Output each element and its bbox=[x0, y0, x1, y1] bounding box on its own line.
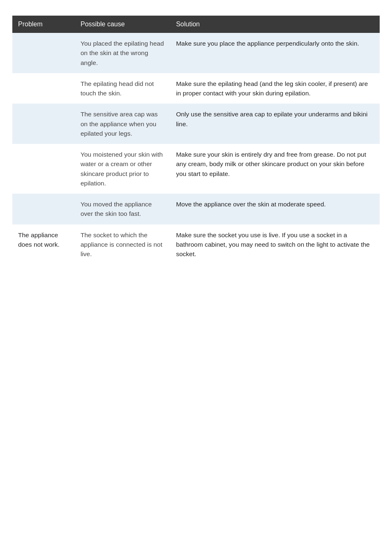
troubleshooting-table: Problem Possible cause Solution You plac… bbox=[12, 16, 380, 264]
column-header-solution: Solution bbox=[170, 16, 380, 33]
cell-problem bbox=[12, 73, 75, 104]
cell-solution: Make sure the socket you use is live. If… bbox=[170, 224, 380, 265]
cell-cause: The epilating head did not touch the ski… bbox=[75, 73, 170, 104]
column-header-cause: Possible cause bbox=[75, 16, 170, 33]
table-row: You moved the appliance over the skin to… bbox=[12, 194, 380, 224]
cell-cause: You placed the epilating head on the ski… bbox=[75, 33, 170, 73]
cell-problem bbox=[12, 104, 75, 144]
cell-cause: You moistened your skin with water or a … bbox=[75, 144, 170, 194]
cell-problem bbox=[12, 194, 75, 224]
cell-solution: Only use the sensitive area cap to epila… bbox=[170, 104, 380, 144]
cell-solution: Make sure the epilating head (and the le… bbox=[170, 73, 380, 104]
table-row: The appliance does not work.The socket t… bbox=[12, 224, 380, 265]
table-row: You placed the epilating head on the ski… bbox=[12, 33, 380, 73]
cell-problem bbox=[12, 33, 75, 73]
cell-cause: The socket to which the appliance is con… bbox=[75, 224, 170, 265]
cell-solution: Move the appliance over the skin at mode… bbox=[170, 194, 380, 224]
column-header-problem: Problem bbox=[12, 16, 75, 33]
table-row: You moistened your skin with water or a … bbox=[12, 144, 380, 194]
cell-problem: The appliance does not work. bbox=[12, 224, 75, 265]
cell-cause: You moved the appliance over the skin to… bbox=[75, 194, 170, 224]
cell-solution: Make sure your skin is entirely dry and … bbox=[170, 144, 380, 194]
cell-solution: Make sure you place the appliance perpen… bbox=[170, 33, 380, 73]
cell-problem bbox=[12, 144, 75, 194]
table-row: The sensitive area cap was on the applia… bbox=[12, 104, 380, 144]
table-header-row: Problem Possible cause Solution bbox=[12, 16, 380, 33]
cell-cause: The sensitive area cap was on the applia… bbox=[75, 104, 170, 144]
table-row: The epilating head did not touch the ski… bbox=[12, 73, 380, 104]
